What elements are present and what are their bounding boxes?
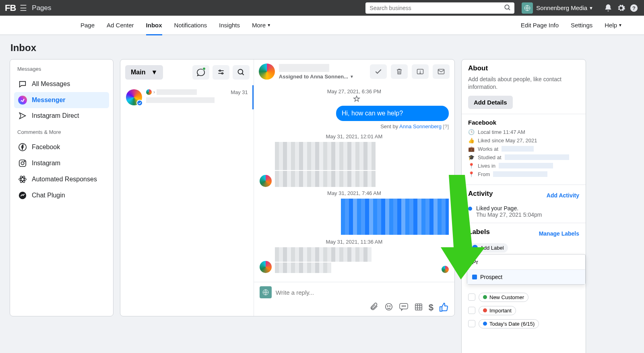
attachment-icon[interactable] <box>370 302 379 313</box>
color-dot-icon <box>483 295 487 299</box>
svg-point-26 <box>390 306 390 306</box>
comments-header: Comments & More <box>14 129 109 139</box>
saved-replies-icon[interactable] <box>399 302 409 313</box>
reply-input[interactable] <box>276 289 449 296</box>
add-label-text: Add Label <box>480 245 504 251</box>
caret-down-icon: ▼ <box>618 23 622 27</box>
checkbox[interactable] <box>468 293 475 301</box>
svg-point-9 <box>19 178 26 181</box>
settings[interactable]: Settings <box>571 16 592 35</box>
tab-more[interactable]: More▼ <box>252 16 271 35</box>
sidebar-item-label: Instagram <box>32 160 60 167</box>
svg-line-1 <box>509 8 510 10</box>
tab-page[interactable]: Page <box>80 16 95 35</box>
redacted-message <box>275 247 372 262</box>
avatar <box>260 175 272 187</box>
local-time: Local time 11:47 AM <box>478 129 525 135</box>
emoji-icon[interactable] <box>384 302 393 313</box>
add-label-button[interactable]: − Add Label <box>468 243 508 252</box>
spam-button[interactable] <box>412 64 429 79</box>
business-name[interactable]: Sonnenberg Media <box>536 4 587 11</box>
works-at-label: Works at <box>478 146 498 152</box>
sidebar-instagram-direct[interactable]: Instagram Direct <box>14 108 109 123</box>
reply-composer[interactable] <box>254 282 454 298</box>
business-avatar[interactable] <box>522 2 533 14</box>
caret-down-icon[interactable]: ▼ <box>350 74 354 79</box>
search-conversations-button[interactable] <box>233 65 250 80</box>
label-option-todays-date[interactable]: Today's Date (6/15) <box>468 319 539 328</box>
label-option-prospect[interactable]: Prospect <box>467 270 585 284</box>
bell-icon[interactable] <box>603 4 613 12</box>
activity-heading: Activity <box>468 190 493 198</box>
hamburger-icon[interactable]: ☰ <box>20 3 27 13</box>
color-square-icon <box>472 275 477 279</box>
sidebar-instagram[interactable]: Instagram <box>14 155 109 171</box>
timestamp: May 31, 2021, 7:46 AM <box>260 190 449 196</box>
conversation-item[interactable]: › May 31 <box>120 85 254 109</box>
timestamp: May 31, 2021, 11:36 AM <box>260 239 449 245</box>
search-business[interactable] <box>365 2 514 14</box>
pages-label[interactable]: Pages <box>32 4 51 12</box>
sidebar-automated-responses[interactable]: Automated Responses <box>14 171 109 187</box>
search-input[interactable] <box>365 2 514 14</box>
manage-labels-link[interactable]: Manage Labels <box>539 230 579 237</box>
facebook-info-section: Facebook 🕒Local time 11:47 AM 👍Liked sin… <box>462 114 586 185</box>
label-text: Prospect <box>480 274 502 280</box>
graduation-icon: 🎓 <box>468 154 475 160</box>
topbar: FB ☰ Pages Sonnenberg Media ▼ ? <box>0 0 644 16</box>
svg-point-28 <box>402 306 402 306</box>
conversation-pane: Assigned to Anna Sonnen... ▼ May 27, 202… <box>254 60 454 317</box>
checkbox[interactable] <box>468 320 475 327</box>
location-icon: 📍 <box>468 171 475 177</box>
tab-notifications[interactable]: Notifications <box>174 16 207 35</box>
svg-point-24 <box>386 304 392 310</box>
thumbs-up-icon[interactable] <box>439 302 449 313</box>
sidebar-facebook[interactable]: Facebook <box>14 139 109 155</box>
help-icon[interactable]: ? <box>629 4 639 12</box>
star-icon[interactable] <box>353 95 360 103</box>
add-activity-link[interactable]: Add Activity <box>547 192 579 199</box>
label-search-input[interactable] <box>472 259 580 265</box>
mini-avatar <box>146 89 152 95</box>
assigned-to-label[interactable]: Assigned to Anna Sonnen... <box>279 74 348 80</box>
folder-dropdown[interactable]: Main ▼ <box>125 65 163 80</box>
add-details-button[interactable]: Add Details <box>468 96 513 109</box>
page-heading: Inbox <box>0 35 644 59</box>
svg-point-8 <box>24 161 25 162</box>
label-option-new-customer[interactable]: New Customer <box>468 293 528 302</box>
edit-page-info[interactable]: Edit Page Info <box>521 16 559 35</box>
svg-rect-31 <box>415 304 422 310</box>
sidebar-chat-plugin[interactable]: Chat Plugin <box>14 187 109 203</box>
checkbox[interactable] <box>468 307 475 314</box>
sidebar-item-label: Chat Plugin <box>32 192 65 199</box>
email-button[interactable] <box>433 64 450 79</box>
redacted <box>499 163 553 168</box>
dollar-icon[interactable]: $ <box>429 302 433 313</box>
from-label: From <box>478 171 490 177</box>
filter-button[interactable] <box>213 65 229 80</box>
svg-point-25 <box>387 306 388 306</box>
sidebar-item-label: Messenger <box>32 96 66 104</box>
tab-insights[interactable]: Insights <box>219 16 240 35</box>
tab-ad-center[interactable]: Ad Center <box>107 16 134 35</box>
timestamp: May 31, 2021, 12:01 AM <box>260 133 449 140</box>
new-chat-button[interactable] <box>192 65 209 80</box>
label-option-important[interactable]: Important <box>468 306 516 315</box>
appointments-icon[interactable] <box>414 302 423 313</box>
svg-point-16 <box>221 73 223 74</box>
delete-button[interactable] <box>391 64 408 79</box>
gear-icon[interactable] <box>616 4 626 12</box>
redacted <box>493 171 547 177</box>
contact-info-panel: About Add details about people, like con… <box>461 59 586 353</box>
sender-link[interactable]: Anna Sonnenberg <box>399 123 442 129</box>
mark-done-button[interactable] <box>370 64 387 79</box>
search-icon[interactable] <box>504 4 511 11</box>
avatar <box>260 261 272 273</box>
help[interactable]: Help▼ <box>605 16 622 35</box>
sidebar-messenger[interactable]: Messenger <box>14 92 109 108</box>
tab-inbox[interactable]: Inbox <box>146 16 162 35</box>
business-caret-icon[interactable]: ▼ <box>589 6 593 10</box>
svg-rect-36 <box>440 307 442 311</box>
sidebar-all-messages[interactable]: All Messages <box>14 76 109 92</box>
left-sidebar: Messages All Messages Messenger Instagra… <box>10 59 114 316</box>
